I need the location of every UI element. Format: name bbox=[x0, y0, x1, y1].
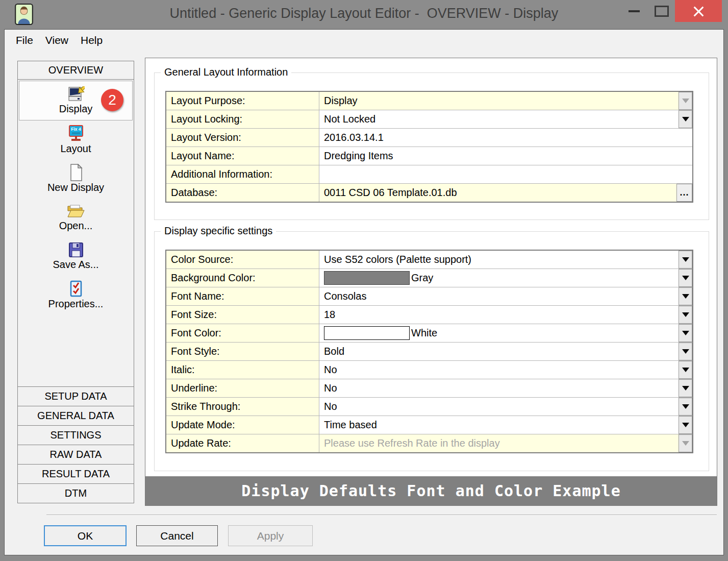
sidebar-header-overview[interactable]: OVERVIEW bbox=[17, 61, 134, 80]
chevron-down-icon[interactable] bbox=[679, 269, 692, 287]
open-folder-icon bbox=[66, 203, 86, 219]
database-field: 0011 CSD 06 Template.01.db ... bbox=[319, 184, 692, 202]
field-value: 0011 CSD 06 Template.01.db bbox=[324, 187, 457, 199]
sidebar-item-layout[interactable]: Fix 4 Layout bbox=[19, 120, 133, 159]
strike-through-field[interactable]: No bbox=[319, 398, 692, 416]
row-label: Strike Through: bbox=[166, 398, 319, 416]
chevron-down-icon[interactable] bbox=[679, 379, 692, 397]
chevron-down-icon[interactable] bbox=[679, 287, 692, 305]
chevron-down-icon[interactable] bbox=[679, 416, 692, 434]
field-value: 18 bbox=[324, 309, 335, 321]
row-label: Layout Locking: bbox=[166, 110, 319, 128]
table-row: Font Style: Bold bbox=[166, 342, 692, 360]
sidebar: OVERVIEW Display 2 bbox=[17, 61, 134, 503]
minimize-icon bbox=[629, 10, 640, 12]
layout-locking-field[interactable]: Not Locked bbox=[319, 110, 692, 128]
update-rate-field: Please use Refresh Rate in the display bbox=[319, 434, 692, 452]
font-style-field[interactable]: Bold bbox=[319, 343, 692, 360]
field-value: Display bbox=[324, 95, 358, 107]
row-label: Font Color: bbox=[166, 324, 319, 342]
field-value: 2016.03.14.1 bbox=[324, 132, 384, 143]
background-color-field[interactable]: Gray bbox=[319, 269, 692, 287]
group-title: General Layout Information bbox=[161, 66, 291, 78]
italic-field[interactable]: No bbox=[319, 361, 692, 379]
table-row: Strike Through: No bbox=[166, 397, 692, 416]
new-page-icon bbox=[68, 164, 84, 181]
font-name-field[interactable]: Consolas bbox=[319, 287, 692, 305]
font-color-field[interactable]: White bbox=[319, 324, 692, 342]
tab-raw-data[interactable]: RAW DATA bbox=[17, 445, 134, 465]
field-value: Use S52 colors (Palette support) bbox=[324, 254, 471, 265]
table-row: Font Name: Consolas bbox=[166, 287, 692, 305]
row-label: Italic: bbox=[166, 361, 319, 379]
group-display-specific-settings: Display specific settings Color Source: … bbox=[154, 231, 709, 471]
chevron-down-icon[interactable] bbox=[679, 398, 692, 416]
layout-version-field[interactable]: 2016.03.14.1 bbox=[319, 129, 692, 147]
field-value: Not Locked bbox=[324, 113, 375, 125]
chevron-down-icon[interactable] bbox=[679, 324, 692, 342]
sidebar-item-save-as[interactable]: Save As... bbox=[19, 237, 133, 276]
chevron-down-icon[interactable] bbox=[679, 361, 692, 379]
table-row: Update Rate: Please use Refresh Rate in … bbox=[166, 434, 692, 452]
underline-field[interactable]: No bbox=[319, 379, 692, 397]
window-title: Untitled - Generic Display Layout Editor… bbox=[0, 6, 728, 21]
browse-database-button[interactable]: ... bbox=[676, 184, 692, 202]
table-row: Font Color: White bbox=[166, 324, 692, 342]
titlebar[interactable]: Untitled - Generic Display Layout Editor… bbox=[0, 0, 728, 29]
field-value: No bbox=[324, 382, 337, 394]
cancel-button[interactable]: Cancel bbox=[136, 525, 218, 546]
sidebar-item-label: Layout bbox=[60, 143, 91, 155]
row-label: Layout Name: bbox=[166, 147, 319, 165]
layout-monitor-icon: Fix 4 bbox=[67, 125, 85, 142]
tab-dtm[interactable]: DTM bbox=[17, 483, 134, 503]
field-value: No bbox=[324, 401, 337, 412]
minimize-button[interactable] bbox=[621, 0, 647, 22]
chevron-down-icon[interactable] bbox=[679, 251, 692, 269]
tab-result-data[interactable]: RESULT DATA bbox=[17, 464, 134, 484]
chevron-down-icon[interactable] bbox=[679, 306, 692, 324]
layout-name-field[interactable]: Dredging Items bbox=[319, 147, 692, 165]
close-icon bbox=[692, 5, 705, 18]
floppy-save-icon bbox=[68, 242, 84, 258]
maximize-button[interactable] bbox=[649, 0, 674, 22]
table-row: Layout Locking: Not Locked bbox=[166, 110, 692, 128]
chevron-down-icon[interactable] bbox=[679, 343, 692, 360]
font-color-swatch bbox=[324, 326, 410, 340]
sidebar-item-open[interactable]: Open... bbox=[19, 198, 133, 237]
field-value: Dredging Items bbox=[324, 150, 393, 162]
color-source-field[interactable]: Use S52 colors (Palette support) bbox=[319, 251, 692, 269]
ok-button[interactable]: OK bbox=[44, 525, 127, 546]
table-row: Layout Version: 2016.03.14.1 bbox=[166, 128, 692, 147]
display-settings-table: Color Source: Use S52 colors (Palette su… bbox=[165, 250, 693, 453]
menu-view[interactable]: View bbox=[40, 32, 73, 48]
font-color-preview-banner: Display Defaults Font and Color Example bbox=[145, 476, 717, 505]
apply-button[interactable]: Apply bbox=[228, 525, 313, 546]
tab-setup-data[interactable]: SETUP DATA bbox=[17, 386, 134, 406]
sidebar-items-panel: Display 2 Fix 4 Layout bbox=[17, 80, 134, 387]
additional-information-field[interactable] bbox=[319, 165, 692, 183]
group-title: Display specific settings bbox=[161, 225, 276, 237]
layout-purpose-field: Display bbox=[319, 92, 692, 110]
sidebar-item-new-display[interactable]: New Display bbox=[19, 159, 133, 198]
field-value: Time based bbox=[324, 419, 377, 431]
sidebar-item-display[interactable]: Display 2 bbox=[19, 81, 133, 120]
field-value: Please use Refresh Rate in the display bbox=[324, 437, 500, 449]
row-label: Font Name: bbox=[166, 287, 319, 305]
table-row: Update Mode: Time based bbox=[166, 416, 692, 434]
menu-file[interactable]: File bbox=[11, 32, 38, 48]
table-row: Layout Purpose: Display bbox=[166, 92, 692, 110]
close-button[interactable] bbox=[675, 0, 722, 22]
row-label: Underline: bbox=[166, 379, 319, 397]
window-body: File View Help OVERVIEW bbox=[4, 29, 724, 555]
chevron-down-icon[interactable] bbox=[679, 110, 692, 128]
table-row: Additional Information: bbox=[166, 165, 692, 183]
font-size-field[interactable]: 18 bbox=[319, 306, 692, 324]
update-mode-field[interactable]: Time based bbox=[319, 416, 692, 434]
tab-general-data[interactable]: GENERAL DATA bbox=[17, 406, 134, 426]
tab-settings[interactable]: SETTINGS bbox=[17, 425, 134, 445]
row-label: Update Mode: bbox=[166, 416, 319, 434]
background-color-swatch bbox=[324, 271, 410, 285]
menu-help[interactable]: Help bbox=[76, 32, 108, 48]
sidebar-item-properties[interactable]: Properties... bbox=[19, 276, 133, 314]
table-row: Italic: No bbox=[166, 360, 692, 379]
